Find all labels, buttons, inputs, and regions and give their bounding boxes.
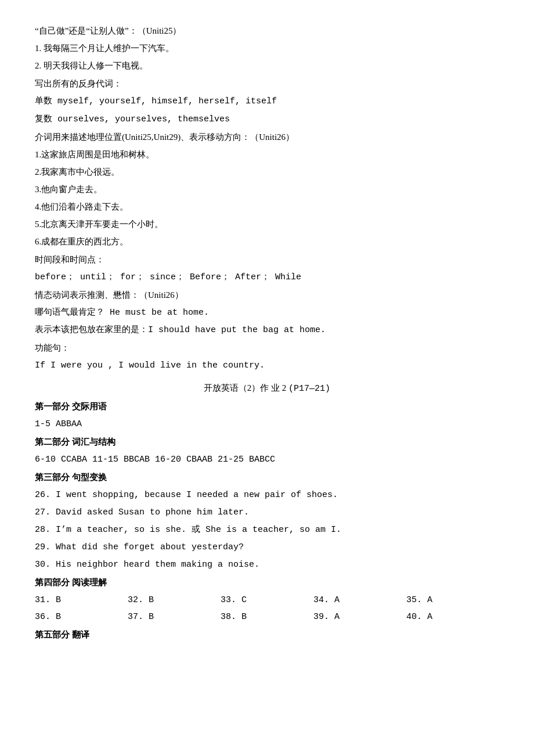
part2-answers-row1: 6-10 CCABA 11-15 BBCAB 16-20 CBAAB 21-25…: [35, 452, 499, 467]
part4-38: 38. B: [221, 609, 313, 625]
part1: 第一部分 交际用语 1-5 ABBAA: [35, 399, 499, 432]
section3-item4: 4.他们沿着小路走下去。: [35, 199, 499, 215]
part3-item2: 27. David asked Susan to phone him later…: [35, 505, 499, 520]
part4-row1: 31. B 32. B 33. C 34. A 35. A: [35, 592, 499, 608]
part3-item5: 30. His neighbor heard them making a noi…: [35, 557, 499, 573]
part2: 第二部分 词汇与结构 6-10 CCABA 11-15 BBCAB 16-20 …: [35, 434, 499, 467]
section3-item3: 3.他向窗户走去。: [35, 182, 499, 197]
section3-heading: 介词用来描述地理位置(Uniti25,Unit29)、表示移动方向：（Uniti…: [35, 129, 499, 145]
section1-heading: “自己做”还是“让别人做”：（Uniti25）: [35, 23, 499, 39]
part4-37: 37. B: [128, 609, 221, 625]
part3-item1: 26. I went shopping, because I needed a …: [35, 487, 499, 503]
part5: 第五部分 翻译: [35, 627, 499, 643]
part4-31: 31. B: [35, 592, 128, 608]
singular-label: 单数: [35, 96, 52, 106]
part1-answers: 1-5 ABBAA: [35, 416, 499, 432]
homework-title: 开放英语（2）作 业 2: [204, 383, 287, 393]
section5-line2: 表示本该把包放在家里的是：I should have put the bag a…: [35, 322, 499, 338]
section5-lines: 哪句语气最肯定？ He must be at home. 表示本该把包放在家里的…: [35, 305, 499, 338]
part3: 第三部分 句型变换 26. I went shopping, because I…: [35, 470, 499, 573]
part1-title: 第一部分 交际用语: [35, 399, 499, 415]
section3-title: 介词用来描述地理位置(Uniti25,Unit29)、表示移动方向：（Uniti…: [35, 129, 499, 145]
plural-words: ourselves, yourselves, themselves: [57, 114, 230, 124]
singular-words: myself, yourself, himself, herself, itse…: [57, 96, 277, 106]
section2-singular-line: 单数 myself, yourself, himself, herself, i…: [35, 93, 499, 109]
section3-item2: 2.我家离市中心很远。: [35, 164, 499, 180]
part2-6-15: 6-10 CCABA 11-15 BBCAB: [35, 455, 150, 465]
section4-heading: 时间段和时间点：: [35, 252, 499, 268]
part4-36: 36. B: [35, 609, 128, 625]
section3-item5: 5.北京离天津开车要走一个小时。: [35, 217, 499, 232]
section1-item1: 1. 我每隔三个月让人维护一下汽车。: [35, 41, 499, 56]
homework-title-row: 开放英语（2）作 业 2 (P17—21): [35, 380, 499, 397]
section4-words-line: before； until； for； since； Before； After…: [35, 269, 499, 285]
section5-title: 情态动词表示推测、懋惜：（Uniti26）: [35, 287, 499, 303]
section4-title: 时间段和时间点：: [35, 252, 499, 268]
section5-heading: 情态动词表示推测、懋惜：（Uniti26）: [35, 287, 499, 303]
homework-pages: (P17—21): [288, 384, 330, 394]
plural-label: 复数: [35, 114, 52, 124]
part4-33: 33. C: [221, 592, 313, 608]
part2-21-25: 21-25 BABCC: [218, 455, 275, 465]
section6-title: 功能句：: [35, 340, 499, 356]
part4-32: 32. B: [128, 592, 221, 608]
section1-item2: 2. 明天我得让人修一下电视。: [35, 58, 499, 74]
part4-40: 40. A: [406, 609, 499, 625]
section2-plural: 复数 ourselves, yourselves, themselves: [35, 111, 499, 127]
part4: 第四部分 阅读理解 31. B 32. B 33. C 34. A 35. A …: [35, 575, 499, 625]
section4-words: before； until； for； since； Before； After…: [35, 269, 499, 285]
part4-row2: 36. B 37. B 38. B 39. A 40. A: [35, 609, 499, 625]
section6-sentence: If I were you , I would live in the coun…: [35, 358, 499, 373]
page-content: “自己做”还是“让别人做”：（Uniti25） 1. 我每隔三个月让人维护一下汽…: [35, 23, 499, 643]
part3-item4: 29. What did she forget about yesterday?: [35, 539, 499, 555]
part4-39: 39. A: [313, 609, 406, 625]
part2-16-20: 16-20 CBAAB: [155, 455, 212, 465]
part4-35: 35. A: [406, 592, 499, 608]
section3-item1: 1.这家旅店周围是田地和树林。: [35, 147, 499, 163]
section3-items: 1.这家旅店周围是田地和树林。 2.我家离市中心很远。 3.他向窗户走去。 4.…: [35, 147, 499, 250]
section2-heading: 写出所有的反身代词：: [35, 76, 499, 92]
section5-line1: 哪句语气最肯定？ He must be at home.: [35, 305, 499, 321]
section6-sentence-line: If I were you , I would live in the coun…: [35, 358, 499, 373]
section6-heading: 功能句：: [35, 340, 499, 356]
part3-title: 第三部分 句型变换: [35, 470, 499, 485]
section1-items: 1. 我每隔三个月让人维护一下汽车。 2. 明天我得让人修一下电视。: [35, 41, 499, 74]
section2-title: 写出所有的反身代词：: [35, 76, 499, 92]
section2-singular: 单数 myself, yourself, himself, herself, i…: [35, 93, 499, 109]
part5-title: 第五部分 翻译: [35, 627, 499, 643]
part4-34: 34. A: [313, 592, 406, 608]
part3-item3: 28. I’m a teacher, so is she. 或 She is a…: [35, 522, 499, 538]
part4-title: 第四部分 阅读理解: [35, 575, 499, 591]
part2-title: 第二部分 词汇与结构: [35, 434, 499, 450]
section1-title: “自己做”还是“让别人做”：（Uniti25）: [35, 23, 499, 39]
section3-item6: 6.成都在重庆的西北方。: [35, 234, 499, 250]
section2-plural-line: 复数 ourselves, yourselves, themselves: [35, 111, 499, 127]
